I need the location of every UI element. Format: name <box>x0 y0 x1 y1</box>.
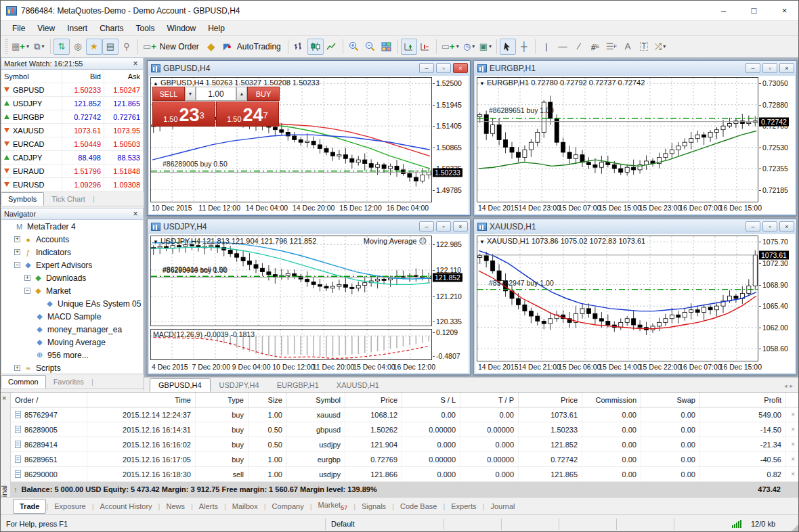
market-watch-row[interactable]: USDJPY121.852121.865 <box>1 97 143 110</box>
trade-row[interactable]: 862894142015.12.16 16:16:02buy0.50usdjpy… <box>11 437 799 452</box>
column-header-bid[interactable]: Bid <box>62 70 104 83</box>
price-plot[interactable] <box>477 236 758 361</box>
strategy-tester-icon[interactable]: ⚲ <box>118 39 135 55</box>
price-axis[interactable]: 1075.701072.301068.901065.401062.001058.… <box>758 236 795 361</box>
terminal-tab-account-history[interactable]: Account History <box>94 500 158 513</box>
navigator-close-icon[interactable]: × <box>131 209 140 219</box>
fibonacci-tool-icon[interactable]: ☰F <box>603 39 620 55</box>
close-position-button[interactable]: × <box>786 422 799 437</box>
chart-restore-button[interactable]: ▫ <box>762 221 777 231</box>
terminal-tab-code-base[interactable]: Code Base <box>394 500 443 513</box>
menu-tools[interactable]: Tools <box>130 22 161 35</box>
trade-row[interactable]: 857629472015.12.14 12:24:37buy1.00xauusd… <box>11 407 799 422</box>
tree-item-metatrader-4[interactable]: MMetaTrader 4 <box>1 220 143 233</box>
chart-tab-usdjpyh4[interactable]: USDJPY,H4 <box>211 378 268 392</box>
column-header-type[interactable]: Type <box>196 393 249 407</box>
expert-advisor-label[interactable]: Moving Average ☹ <box>364 237 427 246</box>
tree-item-macd-sample[interactable]: ◆MACD Sample <box>1 310 143 323</box>
maximize-button[interactable]: □ <box>739 1 769 20</box>
templates-button[interactable]: ▣▾ <box>477 39 494 55</box>
tab-common[interactable]: Common <box>1 375 46 389</box>
chart-close-button[interactable]: × <box>453 63 468 73</box>
terminal-toggle-icon[interactable]: ▤ <box>102 39 118 55</box>
expander-minus-icon[interactable]: − <box>24 288 30 294</box>
tree-item-scripts[interactable]: +≡Scripts <box>1 361 143 374</box>
column-header-commission[interactable]: Commission <box>582 393 641 407</box>
column-header-symbol[interactable]: Symbol <box>1 70 62 83</box>
terminal-tab-alerts[interactable]: Alerts <box>193 500 224 513</box>
column-header-tp[interactable]: T / P <box>460 393 519 407</box>
column-header-close[interactable] <box>786 393 799 407</box>
vertical-line-tool-icon[interactable]: | <box>538 39 555 55</box>
column-header-symbol[interactable]: Symbol <box>287 393 345 407</box>
chart-shift-icon[interactable] <box>417 39 433 55</box>
volume-up-button[interactable]: ▲ <box>236 87 247 101</box>
menu-view[interactable]: View <box>31 22 61 35</box>
auto-scroll-icon[interactable] <box>401 39 417 55</box>
market-watch-row[interactable]: XAUUSD1073.611073.95 <box>1 124 143 137</box>
chart-tab-eurgbph1[interactable]: EURGBP,H1 <box>268 378 328 392</box>
time-axis[interactable]: 14 Dec 201514 Dec 23:0015 Dec 07:0015 De… <box>477 203 757 213</box>
menu-insert[interactable]: Insert <box>61 22 93 35</box>
market-watch-row[interactable]: CADJPY88.49888.533 <box>1 151 143 164</box>
market-watch-row[interactable]: GBPUSD1.502331.50247 <box>1 83 143 97</box>
time-axis[interactable]: 10 Dec 201511 Dec 12:0014 Dec 04:0014 De… <box>150 203 431 213</box>
chart-restore-button[interactable]: ▫ <box>436 63 451 73</box>
trade-row[interactable]: 862896512015.12.16 16:17:05buy1.00eurgbp… <box>11 452 799 467</box>
new-chart-button[interactable]: ▦+▾ <box>9 39 31 55</box>
close-position-button[interactable]: × <box>786 407 799 422</box>
column-header-size[interactable]: Size <box>249 393 287 407</box>
column-header-ask[interactable]: Ask <box>104 70 143 83</box>
tree-item-expert-advisors[interactable]: −◆Expert Advisors <box>1 259 143 271</box>
tree-item-moving-average[interactable]: ◆Moving Average <box>1 336 143 349</box>
sell-price-button[interactable]: 1.50233 <box>152 102 215 127</box>
trendline-tool-icon[interactable]: ∕ <box>571 39 587 55</box>
new-order-label[interactable]: New Order <box>160 42 199 51</box>
tab-favorites[interactable]: Favorites <box>46 375 91 389</box>
tree-item-unique-eas-system-05[interactable]: ◆Unique EAs System 05 <box>1 297 143 310</box>
status-profile[interactable]: Default <box>326 518 444 530</box>
publisher-icon[interactable]: ◆ <box>203 39 219 55</box>
chart-area[interactable]: MACD(12,26,9) -0.0039 -0.1813122.985122.… <box>149 234 469 373</box>
candlestick-mode-icon[interactable] <box>307 39 324 55</box>
sell-button[interactable]: SELL <box>152 87 185 101</box>
minimize-button[interactable]: – <box>708 1 739 20</box>
chart-window-titlebar[interactable]: XAUUSD,H1–▫× <box>474 219 796 234</box>
close-position-button[interactable]: × <box>786 437 799 451</box>
menu-help[interactable]: Help <box>202 22 231 35</box>
collapse-arrow-icon[interactable]: ▼ <box>479 81 485 87</box>
column-header-price[interactable]: Price <box>519 393 582 407</box>
tree-item-indicators[interactable]: +ƒIndicators <box>1 246 143 259</box>
tree-item-money-manager-ea[interactable]: ◆money_manager_ea <box>1 323 143 336</box>
menu-window[interactable]: Window <box>161 22 202 35</box>
tab-symbols[interactable]: Symbols <box>1 192 44 206</box>
terminal-tab-signals[interactable]: Signals <box>355 500 392 513</box>
expander-plus-icon[interactable]: + <box>14 249 20 255</box>
tree-item-market[interactable]: −◆Market <box>1 284 143 297</box>
price-axis[interactable]: 122.985122.110121.210120.335121.8520.120… <box>432 236 469 361</box>
tile-windows-icon[interactable] <box>379 39 395 55</box>
bar-chart-mode-icon[interactable] <box>291 39 307 55</box>
arrow-objects-button[interactable]: ⤮▾ <box>652 39 668 55</box>
collapse-arrow-icon[interactable]: ▼ <box>153 239 158 245</box>
chart-window-titlebar[interactable]: USDJPY,H4–▫× <box>148 219 470 234</box>
time-axis[interactable]: 14 Dec 201514 Dec 21:0015 Dec 06:0015 De… <box>477 362 757 372</box>
price-axis[interactable]: 0.730500.728800.727050.725300.723550.721… <box>758 77 795 202</box>
price-plot[interactable] <box>150 236 432 326</box>
navigator-toggle-icon[interactable]: ★ <box>86 39 102 55</box>
chart-minimize-button[interactable]: – <box>419 63 434 73</box>
column-header-price[interactable]: Price <box>345 393 402 407</box>
close-button[interactable]: × <box>769 1 799 20</box>
chart-restore-button[interactable]: ▫ <box>436 221 451 231</box>
line-chart-mode-icon[interactable] <box>324 39 340 55</box>
expander-minus-icon[interactable]: − <box>14 262 20 268</box>
terminal-tab-exposure[interactable]: Exposure <box>48 500 91 513</box>
chart-tab-gbpusdh4[interactable]: GBPUSD,H4 <box>150 378 211 392</box>
tree-item-accounts[interactable]: +●Accounts <box>1 233 143 246</box>
chart-close-button[interactable]: × <box>453 221 468 231</box>
close-position-button[interactable]: × <box>786 452 799 466</box>
zoom-in-icon[interactable] <box>346 39 362 55</box>
data-window-icon[interactable]: ◎ <box>70 39 86 55</box>
chart-window-titlebar[interactable]: GBPUSD,H4–▫× <box>148 61 470 75</box>
column-header-time[interactable]: Time <box>87 393 196 407</box>
